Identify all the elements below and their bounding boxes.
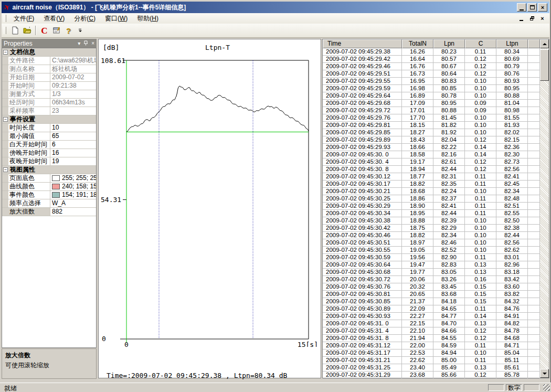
table-row[interactable]: 2009-07-02 09:45:30.3418.9582.440.1182.5… [323, 210, 540, 217]
dropdown-arrow-icon[interactable]: ▾ [78, 41, 80, 46]
close-icon[interactable]: × [91, 41, 94, 46]
table-row[interactable]: 2009-07-02 09:45:30. 419.1782.610.1282.7… [323, 158, 540, 166]
table-vertical-scrollbar[interactable] [540, 39, 549, 378]
properties-button[interactable] [50, 25, 62, 36]
column-header-lpn[interactable]: Lpn [433, 39, 465, 48]
table-row[interactable]: 2009-07-02 09:45:31.2923.6885.660.1285.7… [323, 372, 540, 379]
table-row[interactable]: 2009-07-02 09:45:30.8120.6583.680.1583.8… [323, 291, 540, 298]
toolbar-overflow-button[interactable] [77, 25, 83, 36]
table-row[interactable]: 2009-07-02 09:45:29.5116.7380.640.1280.7… [323, 70, 540, 78]
property-row[interactable]: 傍晚开始时间16 [2, 149, 96, 157]
table-row[interactable]: 2009-07-02 09:45:29.6817.0980.950.0981.0… [323, 100, 540, 107]
property-row[interactable]: 事件颜色154; 191; 18 [2, 191, 96, 199]
table-row[interactable]: 2009-07-02 09:45:31.1222.0084.590.1184.7… [323, 342, 540, 349]
table-row[interactable]: 2009-07-02 09:45:30.3818.8882.390.1082.5… [323, 217, 540, 225]
menu-help[interactable]: 帮助(H) [132, 13, 163, 24]
property-value[interactable]: 6 [50, 141, 96, 149]
property-value[interactable]: 882 [50, 208, 96, 216]
table-row[interactable]: 2009-07-02 09:45:30.5519.0582.520.1082.6… [323, 247, 540, 254]
scroll-down-button[interactable] [540, 369, 549, 378]
table-row[interactable]: 2009-07-02 09:45:29.3816.2680.230.1180.3… [323, 48, 540, 56]
property-category[interactable]: −文档信息 [2, 48, 96, 57]
table-row[interactable]: 2009-07-02 09:45:30.4618.8282.340.1082.4… [323, 232, 540, 239]
property-value[interactable]: 23 [50, 107, 96, 115]
property-value[interactable]: 09:21:38 [50, 82, 96, 90]
pin-icon[interactable] [83, 40, 88, 47]
property-row[interactable]: 白天开始时间6 [2, 141, 96, 149]
properties-panel-header[interactable]: Properties ▾ × [2, 39, 97, 48]
property-value[interactable]: 06h34m13s [50, 99, 96, 107]
column-header-time[interactable]: Time [323, 39, 402, 48]
table-row[interactable]: 2009-07-02 09:45:29.5916.9880.850.1080.9… [323, 85, 540, 92]
property-row[interactable]: 开始日期2009-07-02 [2, 73, 96, 82]
scrollbar-thumb[interactable] [540, 49, 549, 81]
table-row[interactable]: 2009-07-02 09:45:30.8521.3784.180.1584.3… [323, 298, 540, 305]
property-value[interactable]: 1/3 [50, 90, 96, 98]
menu-window[interactable]: 窗口(W) [100, 13, 132, 24]
table-row[interactable]: 2009-07-02 09:45:30.7620.3283.450.1583.6… [323, 283, 540, 291]
property-row[interactable]: 测点名称栎社机场 [2, 65, 96, 73]
table-row[interactable]: 2009-07-02 09:45:30.2918.9082.410.1182.5… [323, 203, 540, 210]
menu-grip[interactable] [4, 15, 6, 22]
title-bar[interactable]: ✈ aircraft noise（ISO3891） - [飞机噪声分析1--事件… [2, 2, 549, 13]
table-row[interactable]: 2009-07-02 09:45:30.8922.0984.650.1184.7… [323, 305, 540, 313]
table-row[interactable]: 2009-07-02 09:45:30.1218.7782.310.1182.4… [323, 173, 540, 181]
close-button[interactable]: × [538, 3, 547, 12]
table-row[interactable]: 2009-07-02 09:45:29.8918.4382.040.1282.1… [323, 136, 540, 144]
table-row[interactable]: 2009-07-02 09:45:30. 818.9482.440.1282.5… [323, 166, 540, 173]
collapse-minus-icon[interactable]: − [3, 50, 8, 55]
maximize-button[interactable] [527, 3, 537, 12]
table-row[interactable]: 2009-07-02 09:45:31.2122.6285.000.1185.1… [323, 357, 540, 364]
table-body[interactable]: 2009-07-02 09:45:29.3816.2680.230.1180.3… [323, 48, 540, 379]
resize-grip[interactable] [543, 384, 550, 391]
c-weighting-button[interactable]: C [38, 25, 50, 36]
property-row[interactable]: 开始时间09:21:38 [2, 82, 96, 90]
table-row[interactable]: 2009-07-02 09:45:29.4216.6480.570.1280.6… [323, 56, 540, 63]
open-file-button[interactable] [21, 25, 33, 36]
menu-analysis[interactable]: 分析(C) [69, 13, 100, 24]
property-row[interactable]: 采样频率23 [2, 107, 96, 115]
table-row[interactable]: 2009-07-02 09:45:30.7220.0683.260.1683.4… [323, 276, 540, 283]
property-row[interactable]: 夜晚开始时间19 [2, 157, 96, 166]
property-value[interactable]: 19 [50, 157, 96, 165]
table-row[interactable]: 2009-07-02 09:45:31.1722.5384.940.1085.0… [323, 349, 540, 357]
table-row[interactable]: 2009-07-02 09:45:30.2518.8682.370.1182.4… [323, 195, 540, 203]
property-value[interactable]: 2009-07-02 [50, 73, 96, 81]
property-row[interactable]: 放大倍数882 [2, 208, 96, 216]
help-button[interactable]: ? [62, 25, 75, 36]
table-row[interactable]: 2009-07-02 09:45:30.4218.7582.290.1082.3… [323, 225, 540, 232]
table-row[interactable]: 2009-07-02 09:45:31. 821.9484.550.1284.6… [323, 335, 540, 342]
property-value[interactable]: 10 [50, 124, 96, 132]
property-value[interactable]: 栎社机场 [50, 65, 96, 73]
table-row[interactable]: 2009-07-02 09:45:30.2118.6882.240.1082.3… [323, 188, 540, 195]
property-row[interactable]: 文件路径C:\awa6298\机场 [2, 57, 96, 65]
property-value[interactable]: 240; 158; 15 [50, 183, 96, 190]
property-value[interactable]: 16 [50, 149, 96, 157]
collapse-minus-icon[interactable]: − [3, 167, 8, 172]
table-row[interactable]: 2009-07-02 09:45:30.9322.2784.770.1484.9… [323, 313, 540, 320]
property-category[interactable]: −事件设置 [2, 115, 96, 124]
property-row[interactable]: 测量方式1/3 [2, 90, 96, 99]
table-row[interactable]: 2009-07-02 09:45:31. 422.1084.660.1284.7… [323, 327, 540, 335]
table-row[interactable]: 2009-07-02 09:45:29.9318.6682.220.1482.3… [323, 144, 540, 151]
property-value[interactable]: 65 [50, 132, 96, 140]
property-value[interactable]: 154; 191; 18 [50, 191, 96, 199]
table-row[interactable]: 2009-07-02 09:45:29.8118.1581.820.1081.9… [323, 122, 540, 129]
property-value[interactable]: W_A [50, 199, 96, 207]
table-row[interactable]: 2009-07-02 09:45:30.1718.8282.350.1182.4… [323, 181, 540, 188]
column-header-totaln[interactable]: TotalN [402, 39, 433, 48]
property-value[interactable]: C:\awa6298\机场 [50, 57, 96, 65]
property-value[interactable]: 255; 255; 25 [50, 174, 96, 182]
scroll-up-button[interactable] [540, 39, 549, 48]
property-row[interactable]: 页面底色255; 255; 25 [2, 174, 96, 183]
new-document-button[interactable] [9, 25, 21, 36]
minimize-button[interactable] [517, 3, 526, 12]
table-row[interactable]: 2009-07-02 09:45:29.5516.9580.830.1080.9… [323, 78, 540, 85]
scrollbar-track[interactable] [540, 48, 549, 369]
property-row[interactable]: 频率点选择W_A [2, 199, 96, 208]
column-header-ltpn[interactable]: Ltpn [496, 39, 528, 48]
table-row[interactable]: 2009-07-02 09:45:30. 018.5882.160.1482.3… [323, 151, 540, 158]
menu-view[interactable]: 查看(V) [39, 13, 69, 24]
mdi-minimize-button[interactable] [517, 14, 525, 22]
property-grid[interactable]: −文档信息文件路径C:\awa6298\机场测点名称栎社机场开始日期2009-0… [2, 48, 97, 348]
